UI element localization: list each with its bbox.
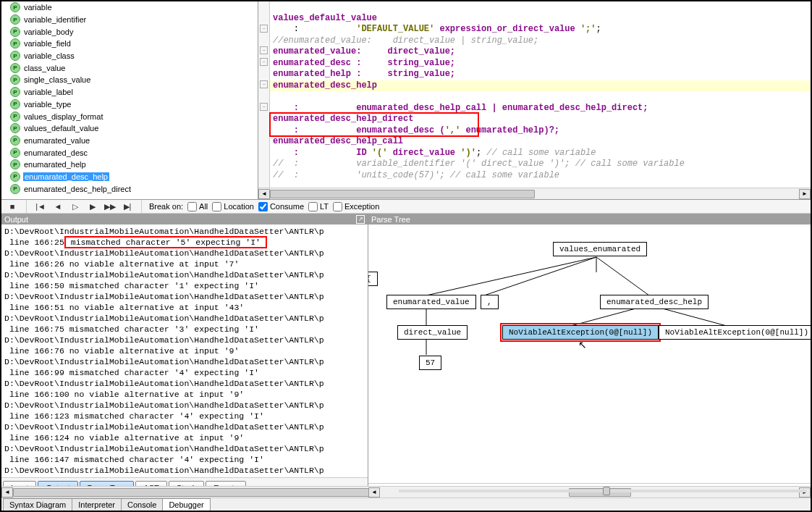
play-button[interactable]: ▷ — [69, 200, 82, 213]
code-rule: values_default_value — [273, 13, 377, 23]
output-line: D:\DevRoot\IndustrialMobileAutomation\Ha… — [4, 356, 365, 367]
output-line: line 166:123 mismatched character '4' ex… — [4, 411, 365, 421]
output-text[interactable]: D:\DevRoot\IndustrialMobileAutomation\Ha… — [1, 224, 368, 477]
step-back-button[interactable]: ◄ — [51, 200, 64, 213]
parser-rule-icon: P — [10, 27, 20, 37]
output-line: line 166:25 mismatched character '5' exp… — [4, 237, 365, 248]
break-exception[interactable]: Exception — [333, 202, 379, 211]
output-line: line 166:51 no viable alternative at inp… — [4, 302, 365, 313]
parser-rule-icon: P — [10, 172, 20, 182]
tree-item-enumarated_value[interactable]: Penumarated_value — [10, 135, 258, 147]
tree-item-values_default_value[interactable]: Pvalues_default_value — [10, 122, 258, 135]
tree-item-variable[interactable]: Pvariable — [10, 1, 258, 14]
tree-item-single_class_value[interactable]: Psingle_class_value — [10, 74, 258, 86]
output-title-bar: Output ↗ — [1, 214, 368, 224]
tree-item-class_value[interactable]: Pclass_value — [10, 62, 258, 74]
parsetree-panel: Parse Tree values_enumarated { enumarate… — [368, 214, 811, 498]
output-line: D:\DevRoot\IndustrialMobileAutomation\Ha… — [4, 291, 365, 302]
tree-item-enumarated_desc_help[interactable]: Penumarated_desc_help — [10, 171, 258, 183]
tree-item-enumarated_desc[interactable]: Penumarated_desc — [10, 146, 258, 159]
output-line: D:\DevRoot\IndustrialMobileAutomation\Ha… — [4, 378, 365, 389]
popout-icon[interactable]: ↗ — [356, 215, 365, 224]
node-exception-2[interactable]: NoViableAltException(0@[null]) — [659, 325, 811, 340]
go-end-button[interactable]: ▶| — [121, 200, 134, 213]
debug-toolbar: ■ |◄ ◄ ▷ ▶ ▶▶ ▶| Break on: All Location … — [1, 200, 811, 214]
break-location[interactable]: Location — [212, 202, 254, 211]
tree-item-enumarated_help[interactable]: Penumarated_help — [10, 159, 258, 171]
output-line: D:\DevRoot\IndustrialMobileAutomation\Ha… — [4, 443, 365, 454]
output-line: line 166:99 mismatched character '4' exp… — [4, 367, 365, 378]
parser-rule-icon: P — [10, 2, 20, 12]
tree-item-enumarated_desc_help_direct[interactable]: Penumarated_desc_help_direct — [10, 182, 258, 195]
output-line: line 166:75 mismatched character '3' exp… — [4, 324, 365, 335]
go-start-button[interactable]: |◄ — [34, 200, 47, 213]
output-line: line 166:26 no viable alternative at inp… — [4, 259, 365, 269]
node-57[interactable]: 57 — [419, 356, 441, 370]
node-values-enumarated[interactable]: values_enumarated — [553, 242, 647, 256]
editor-tabs: Syntax DiagramInterpreterConsoleDebugger — [1, 498, 811, 511]
output-line: D:\DevRoot\IndustrialMobileAutomation\Ha… — [4, 400, 365, 411]
tree-item-variable_class[interactable]: Pvariable_class — [10, 50, 258, 62]
fast-forward-button[interactable]: ▶▶ — [103, 200, 117, 213]
node-enumarated-value[interactable]: enumarated_value — [386, 295, 476, 309]
parser-rule-icon: P — [10, 63, 20, 73]
svg-line-2 — [484, 257, 596, 295]
parser-rule-icon: P — [10, 135, 20, 146]
parser-rule-icon: P — [10, 123, 20, 133]
output-line: D:\DevRoot\IndustrialMobileAutomation\Ha… — [4, 269, 365, 280]
step-forward-button[interactable]: ▶ — [86, 200, 99, 213]
node-comma[interactable]: , — [481, 295, 499, 309]
file-tab-debugger[interactable]: Debugger — [162, 498, 210, 511]
output-line: D:\DevRoot\IndustrialMobileAutomation\Ha… — [4, 465, 365, 476]
parser-rule-icon: P — [10, 99, 20, 109]
parser-rule-icon: P — [10, 159, 20, 169]
scroll-left-icon[interactable]: ◄ — [258, 189, 270, 199]
parser-rule-icon: P — [10, 184, 20, 194]
output-line: D:\DevRoot\IndustrialMobileAutomation\Ha… — [4, 248, 365, 259]
cursor-icon: ↖ — [578, 339, 587, 351]
rule-tree-panel: PvariablePvariable_identifierPvariable_b… — [1, 1, 258, 199]
parser-rule-icon: P — [10, 51, 20, 61]
tree-item-variable_field[interactable]: Pvariable_field — [10, 38, 258, 50]
break-on-label: Break on: — [149, 202, 183, 211]
parser-rule-icon: P — [10, 38, 20, 49]
output-line: line 166:76 no viable alternative at inp… — [4, 345, 365, 356]
file-tab-console[interactable]: Console — [121, 498, 163, 511]
stop-button[interactable]: ■ — [6, 200, 19, 213]
output-panel: Output ↗ D:\DevRoot\IndustrialMobileAuto… — [1, 214, 368, 498]
break-lt[interactable]: LT — [308, 202, 329, 211]
output-line: line 166:100 no viable alternative at in… — [4, 389, 365, 400]
parser-rule-icon: P — [10, 14, 20, 25]
file-tab-interpreter[interactable]: Interpreter — [72, 498, 122, 511]
zoom-slider[interactable] — [399, 490, 806, 492]
break-consume[interactable]: Consume — [258, 202, 304, 211]
svg-line-3 — [596, 257, 649, 295]
tree-item-values_display_format[interactable]: Pvalues_display_format — [10, 110, 258, 122]
tree-item-variable_type[interactable]: Pvariable_type — [10, 98, 258, 111]
scroll-right-icon[interactable]: ► — [799, 189, 811, 199]
break-all[interactable]: All — [187, 202, 208, 211]
code-editor[interactable]: − − − − − values_default_value : 'DEFAUL… — [258, 1, 811, 199]
output-line: line 166:50 mismatched character '1' exp… — [4, 280, 365, 291]
output-line: line 166:147 mismatched character '4' ex… — [4, 454, 365, 465]
output-line: line 166:124 no viable alternative at in… — [4, 432, 365, 443]
svg-line-1 — [426, 257, 596, 295]
node-lbrace[interactable]: { — [368, 272, 378, 286]
parsetree-title-bar: Parse Tree — [368, 214, 811, 224]
output-line: D:\DevRoot\IndustrialMobileAutomation\Ha… — [4, 226, 365, 237]
parser-rule-icon: P — [10, 75, 20, 85]
output-line: D:\DevRoot\IndustrialMobileAutomation\Ha… — [4, 421, 365, 432]
parser-rule-icon: P — [10, 87, 20, 97]
node-enumarated-desc-help[interactable]: enumarated_desc_help — [600, 295, 709, 309]
file-tab-syntax-diagram[interactable]: Syntax Diagram — [3, 498, 72, 511]
tree-item-variable_body[interactable]: Pvariable_body — [10, 25, 258, 38]
parse-tree-canvas[interactable]: values_enumarated { enumarated_value , e… — [368, 224, 811, 483]
node-direct-value[interactable]: direct_value — [397, 325, 468, 340]
tree-item-variable_label[interactable]: Pvariable_label — [10, 86, 258, 98]
output-line: D:\DevRoot\IndustrialMobileAutomation\Ha… — [4, 335, 365, 345]
output-line: D:\DevRoot\IndustrialMobileAutomation\Ha… — [4, 313, 365, 324]
node-exception-1[interactable]: NoViableAltException(0@[null]) — [502, 325, 659, 340]
tree-item-variable_identifier[interactable]: Pvariable_identifier — [10, 14, 258, 26]
code-hscroll[interactable]: ◄ ► — [258, 188, 811, 199]
parser-rule-icon: P — [10, 112, 20, 122]
